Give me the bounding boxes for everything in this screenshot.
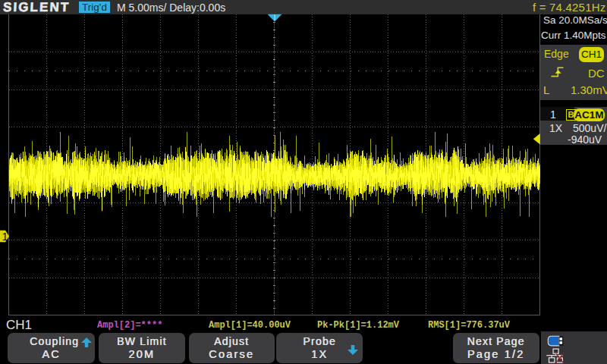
svg-text:1: 1 xyxy=(2,231,8,243)
